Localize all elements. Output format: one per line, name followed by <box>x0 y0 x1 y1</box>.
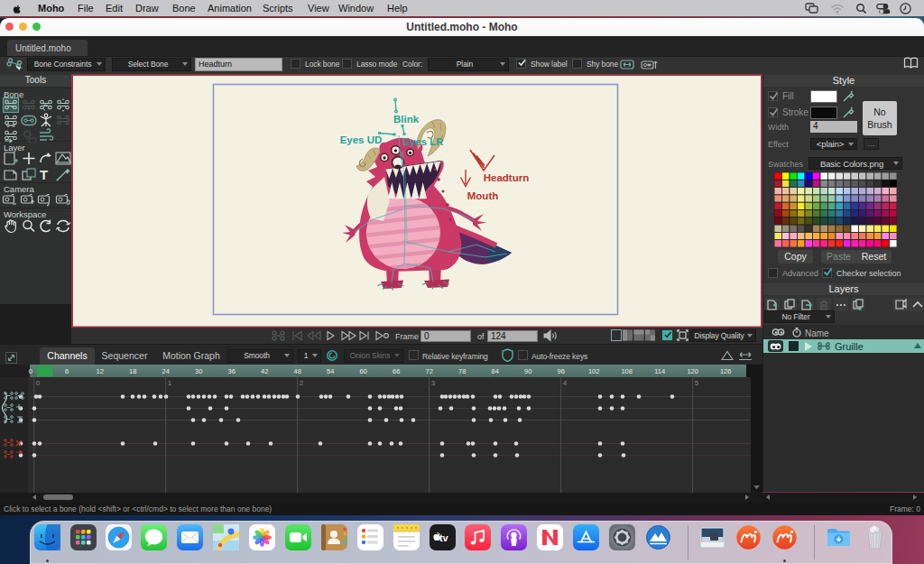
svg-text:102: 102 <box>588 367 600 375</box>
svg-text:Eyes UD: Eyes UD <box>340 134 383 145</box>
svg-text:72: 72 <box>426 367 433 375</box>
svg-text:12: 12 <box>97 367 104 375</box>
svg-text:4: 4 <box>563 379 568 387</box>
svg-text:30: 30 <box>195 367 202 375</box>
svg-text:60: 60 <box>360 367 367 375</box>
svg-text:5: 5 <box>695 379 699 387</box>
svg-text:66: 66 <box>393 367 400 375</box>
svg-text:Blink: Blink <box>393 114 420 125</box>
svg-text:126: 126 <box>720 367 732 375</box>
svg-text:114: 114 <box>654 367 665 375</box>
svg-text:108: 108 <box>621 367 633 375</box>
svg-text:78: 78 <box>458 367 466 375</box>
svg-text:1: 1 <box>168 379 172 387</box>
svg-text:48: 48 <box>294 367 301 375</box>
svg-text:0: 0 <box>36 379 41 387</box>
svg-text:Eyes LR: Eyes LR <box>402 136 444 147</box>
svg-text:42: 42 <box>261 367 268 375</box>
svg-text:Headturn: Headturn <box>484 172 529 183</box>
svg-text:Mouth: Mouth <box>467 190 498 201</box>
svg-text:96: 96 <box>558 367 565 375</box>
svg-text:tv: tv <box>439 532 448 543</box>
svg-text:3: 3 <box>431 379 436 387</box>
svg-text:24: 24 <box>162 367 170 375</box>
svg-text:0: 0 <box>29 367 32 375</box>
svg-text:90: 90 <box>524 367 531 375</box>
svg-text:84: 84 <box>492 367 499 375</box>
svg-text:54: 54 <box>327 367 334 375</box>
svg-text:6: 6 <box>65 367 69 375</box>
svg-text:2: 2 <box>300 379 304 387</box>
svg-text:18: 18 <box>129 367 136 375</box>
svg-text:36: 36 <box>228 367 236 375</box>
svg-text:120: 120 <box>687 367 698 375</box>
